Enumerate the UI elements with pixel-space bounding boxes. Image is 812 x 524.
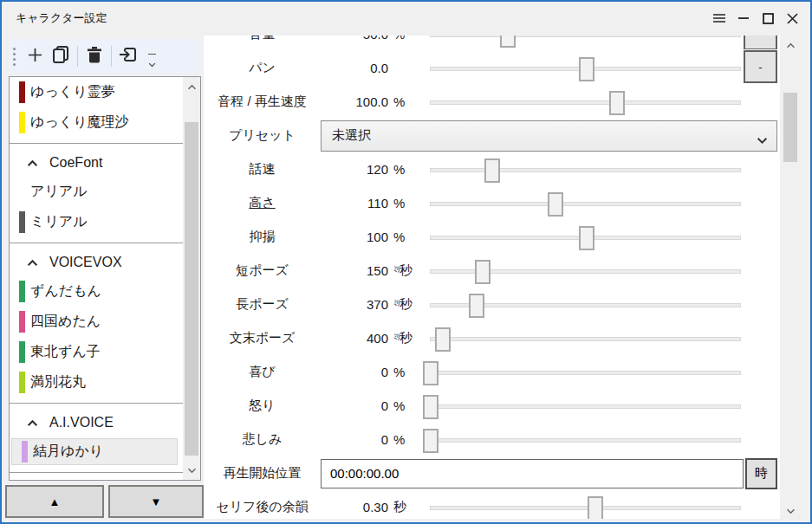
slider-track[interactable] xyxy=(430,506,741,510)
scroll-down-icon[interactable] xyxy=(183,463,200,478)
toolbar-separator xyxy=(77,46,78,67)
character-name: 満別花丸 xyxy=(30,373,86,391)
character-name: ゆっくり霊夢 xyxy=(30,83,115,101)
scroll-down-icon[interactable] xyxy=(782,503,799,519)
param-value: 100 xyxy=(321,230,388,244)
slider-話速[interactable] xyxy=(430,158,741,182)
scroll-up-icon[interactable] xyxy=(183,79,200,94)
param-label: 長ポーズ xyxy=(204,296,321,313)
export-icon xyxy=(119,45,138,68)
slider-track[interactable] xyxy=(430,337,741,341)
param-unit: % xyxy=(388,230,430,244)
slider-長ポーズ[interactable] xyxy=(430,293,741,317)
character-name: 結月ゆかり xyxy=(33,443,103,461)
param-value: 0.0 xyxy=(321,61,388,75)
list-item-ゆっくり霊夢[interactable]: ゆっくり霊夢 xyxy=(10,77,183,107)
slider-thumb[interactable] xyxy=(484,158,500,183)
move-up-button[interactable]: ▲ xyxy=(5,485,104,518)
slider-thumb[interactable] xyxy=(469,294,484,318)
duplicate-button[interactable] xyxy=(48,43,74,69)
param-unit: % xyxy=(388,94,430,109)
time-button[interactable]: 時 xyxy=(745,458,777,489)
param-label: 抑揚 xyxy=(204,229,321,245)
group-header-A.I.VOICE[interactable]: A.I.VOICE xyxy=(10,408,183,437)
character-list: ゆっくり霊夢ゆっくり魔理沙CoeFontアリアルミリアルVOICEVOXずんだも… xyxy=(9,76,201,481)
list-item-満別花丸[interactable]: 満別花丸 xyxy=(10,367,183,398)
menu-icon[interactable] xyxy=(708,7,731,29)
scrollbar-thumb[interactable] xyxy=(783,93,797,162)
minus-spinner-button[interactable]: - xyxy=(744,50,777,83)
scroll-up-icon[interactable] xyxy=(782,37,799,53)
slider-thumb[interactable] xyxy=(475,260,490,284)
slider-音程 / 再生速度[interactable] xyxy=(430,90,741,114)
param-value: 120 xyxy=(321,162,388,177)
slider-抑揚[interactable] xyxy=(430,225,741,249)
slider-thumb[interactable] xyxy=(588,496,603,520)
param-row-音量: 音量50.0% xyxy=(204,36,780,51)
slider-怒り[interactable] xyxy=(430,394,741,418)
move-down-button[interactable]: ▼ xyxy=(108,485,204,518)
list-separator xyxy=(10,237,183,248)
slider-thumb[interactable] xyxy=(423,361,438,385)
slider-track[interactable] xyxy=(430,168,741,172)
slider-track[interactable] xyxy=(430,100,741,105)
slider-短ポーズ[interactable] xyxy=(430,259,741,283)
character-color-bar xyxy=(19,341,25,363)
toolbar-overflow-button[interactable] xyxy=(148,54,156,71)
param-label: 再生開始位置 xyxy=(204,465,321,482)
param-value: 110 xyxy=(321,196,388,210)
add-button[interactable] xyxy=(22,43,48,69)
character-name: 四国めたん xyxy=(30,313,101,331)
param-row-長ポーズ: 長ポーズ370ﾐﾘ秒 xyxy=(204,288,780,321)
slider-悲しみ[interactable] xyxy=(430,428,741,452)
sidebar-scrollbar[interactable] xyxy=(183,77,200,480)
param-value: 400 xyxy=(321,331,388,346)
list-separator xyxy=(10,467,183,477)
slider-track[interactable] xyxy=(430,438,741,443)
list-item-四国めたん[interactable]: 四国めたん xyxy=(10,307,183,337)
delete-button[interactable] xyxy=(81,43,107,69)
list-item-東北ずん子[interactable]: 東北ずん子 xyxy=(10,337,183,367)
slider-thumb[interactable] xyxy=(579,57,594,81)
toolbar-grip-handle[interactable] xyxy=(12,48,16,66)
close-button[interactable] xyxy=(781,7,803,29)
slider-track[interactable] xyxy=(430,202,741,206)
main-scrollbar[interactable] xyxy=(782,36,799,521)
group-header-VOICEVOX[interactable]: VOICEVOX xyxy=(10,248,183,276)
list-item-ゆっくり魔理沙[interactable]: ゆっくり魔理沙 xyxy=(10,107,183,138)
preset-dropdown[interactable]: 未選択 xyxy=(321,120,777,152)
export-button[interactable] xyxy=(115,43,141,69)
selected-item-box[interactable]: 結月ゆかり xyxy=(11,438,178,465)
maximize-button[interactable] xyxy=(757,7,779,29)
list-item-ずんだもん[interactable]: ずんだもん xyxy=(10,276,183,307)
slider-track[interactable] xyxy=(430,36,741,37)
list-item-アリアル[interactable]: アリアル xyxy=(10,177,183,207)
slider-パン[interactable] xyxy=(430,56,741,81)
group-header-CoeFont[interactable]: CoeFont xyxy=(10,148,183,177)
minimize-button[interactable] xyxy=(732,7,755,29)
list-item-結月ゆかり[interactable]: 結月ゆかり xyxy=(10,437,183,467)
slider-thumb[interactable] xyxy=(579,226,594,250)
slider-thumb[interactable] xyxy=(423,395,438,419)
param-value: 0 xyxy=(321,365,388,379)
slider-track[interactable] xyxy=(430,371,741,375)
slider-thumb[interactable] xyxy=(609,91,625,115)
slider-thumb[interactable] xyxy=(500,36,516,48)
plus-spinner-button[interactable] xyxy=(744,36,777,49)
param-label: 文末ポーズ xyxy=(204,330,321,346)
slider-track[interactable] xyxy=(430,404,741,409)
param-label: パン xyxy=(204,60,321,76)
slider-音量[interactable] xyxy=(430,36,741,47)
start-position-input[interactable]: 00:00:00.00 xyxy=(321,459,744,488)
slider-thumb[interactable] xyxy=(435,327,451,352)
slider-喜び[interactable] xyxy=(430,360,741,385)
slider-高さ[interactable] xyxy=(430,191,741,216)
slider-文末ポーズ[interactable] xyxy=(430,327,741,351)
slider-セリフ後の余韻[interactable] xyxy=(430,495,741,520)
scrollbar-thumb[interactable] xyxy=(185,122,198,456)
selected-preset: 未選択 xyxy=(322,127,371,144)
list-item-ミリアル[interactable]: ミリアル xyxy=(10,207,183,237)
slider-thumb[interactable] xyxy=(423,429,438,453)
param-label: 短ポーズ xyxy=(204,262,321,279)
slider-thumb[interactable] xyxy=(548,192,563,217)
